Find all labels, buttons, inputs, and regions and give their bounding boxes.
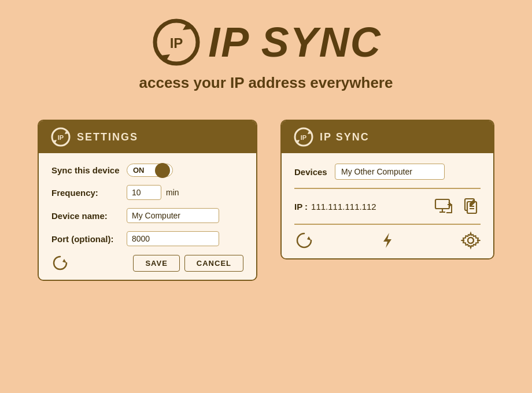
ip-logo-icon: IP <box>150 16 202 68</box>
port-row: Port (optional): <box>51 231 243 246</box>
sync-device-row: Sync this device ON <box>51 164 243 177</box>
action-buttons: SAVE CANCEL <box>133 255 243 272</box>
devices-input[interactable] <box>335 164 445 180</box>
ip-value: 111.111.111.112 <box>311 202 433 212</box>
frequency-input[interactable] <box>127 185 161 200</box>
ipsync-panel: IP IP SYNC Devices IP : 111.111.111.112 <box>280 120 494 259</box>
toggle-knob <box>155 163 170 178</box>
settings-panel: IP SETTINGS Sync this device ON Frequenc… <box>38 120 257 281</box>
svg-text:IP: IP <box>301 134 306 141</box>
logo-area: IP IP SYNC <box>150 16 381 68</box>
frequency-row: Frequency: min <box>51 185 243 200</box>
settings-panel-header: IP SETTINGS <box>39 121 256 153</box>
settings-title: SETTINGS <box>77 131 138 143</box>
ip-label: IP : <box>294 202 308 212</box>
devices-row: Devices <box>294 164 481 180</box>
device-name-input[interactable] <box>127 208 219 223</box>
remote-desktop-icon <box>434 196 453 216</box>
copy-icon <box>460 196 480 216</box>
panels-row: IP SETTINGS Sync this device ON Frequenc… <box>38 120 494 281</box>
svg-point-13 <box>468 238 474 243</box>
refresh-icon[interactable] <box>51 254 69 272</box>
device-name-label: Device name: <box>51 211 127 221</box>
port-input[interactable] <box>127 231 219 246</box>
save-button[interactable]: SAVE <box>133 255 179 272</box>
sync-toggle[interactable]: ON <box>127 164 173 177</box>
ipsync-sync-icon[interactable] <box>294 231 314 250</box>
tagline: access your IP address everywhere <box>139 74 393 92</box>
ipsync-body: Devices IP : 111.111.111.112 <box>282 153 493 258</box>
ipsync-title: IP SYNC <box>320 131 370 143</box>
gear-icon[interactable] <box>461 231 481 250</box>
frequency-label: Frequency: <box>51 188 127 198</box>
ip-row: IP : 111.111.111.112 <box>294 188 481 217</box>
svg-text:IP: IP <box>58 134 64 141</box>
sync-device-label: Sync this device <box>51 165 127 175</box>
ipsync-footer <box>294 224 481 250</box>
app-header: IP IP SYNC access your IP address everyw… <box>139 16 393 92</box>
flash-icon[interactable] <box>378 231 397 250</box>
ip-icons <box>433 196 481 217</box>
settings-body: Sync this device ON Frequency: min Devic… <box>39 153 256 280</box>
copy-icon-btn[interactable] <box>460 196 481 217</box>
ipsync-panel-icon: IP <box>293 127 314 147</box>
svg-rect-5 <box>435 199 449 209</box>
toggle-on-label: ON <box>133 166 145 175</box>
svg-text:IP: IP <box>170 35 183 51</box>
devices-label: Devices <box>294 167 335 177</box>
cancel-button[interactable]: CANCEL <box>184 255 243 272</box>
device-name-row: Device name: <box>51 208 243 223</box>
remote-desktop-icon-btn[interactable] <box>433 196 454 217</box>
logo-text: IP SYNC <box>208 18 381 66</box>
settings-footer: SAVE CANCEL <box>51 254 243 272</box>
settings-panel-icon: IP <box>50 127 71 147</box>
frequency-unit: min <box>166 188 179 197</box>
port-label: Port (optional): <box>51 234 127 244</box>
ipsync-panel-header: IP IP SYNC <box>282 121 493 153</box>
